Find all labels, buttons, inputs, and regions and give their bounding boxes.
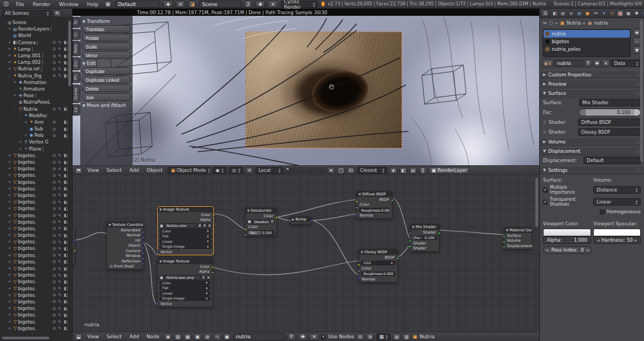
browse-material-icon[interactable]: ●⬍ (542, 59, 553, 67)
selectability-cursor-icon[interactable]: ↖ (58, 266, 62, 271)
visibility-eye-icon[interactable]: ⊙ (52, 299, 56, 304)
node-output-socket-row[interactable]: Camera (107, 248, 143, 254)
node-material-output[interactable]: ▼ Material Output SurfaceVolumeDisplacem… (504, 227, 532, 249)
breadcrumb-object[interactable]: Nutria (567, 20, 581, 26)
renderability-camera-icon[interactable]: ◧ (64, 286, 68, 291)
expand-toggle-icon[interactable]: + (7, 233, 12, 237)
edit-panel-header[interactable]: ▼ Edit (82, 61, 131, 66)
expand-toggle-icon[interactable]: + (7, 47, 12, 51)
transform-tool-button[interactable]: Rotate (82, 34, 131, 41)
outliner-item-label[interactable]: Nutria_Rig (18, 73, 41, 79)
render-engine-dropdown[interactable]: Cycles Render▴▾ (281, 1, 318, 8)
alpha-output[interactable]: Alpha (158, 270, 212, 275)
tool-shelf-tab[interactable]: Rela (73, 41, 80, 56)
outliner-row[interactable]: + ☀ Lamp.001 | ⊙ ↖ ◧ (0, 52, 69, 59)
image-browse-icon[interactable]: ▦ (159, 223, 164, 228)
visibility-eye-icon[interactable]: ⊙ (52, 60, 56, 65)
outliner-item-label[interactable]: bigotes. (18, 279, 36, 284)
properties-scrollbar[interactable] (640, 20, 643, 161)
outliner-item-label[interactable]: NutriaPoseL (23, 99, 50, 105)
image-users-button[interactable]: 8 (198, 223, 202, 228)
outliner-item-label[interactable]: Arm (34, 119, 44, 125)
renderability-camera-icon[interactable]: ◧ (64, 313, 68, 318)
outliner-item-label[interactable]: bigotes. (18, 219, 36, 225)
lock-icon[interactable]: 🔒︎ (327, 167, 335, 174)
visibility-eye-icon[interactable]: ⊙ (52, 166, 56, 171)
visibility-eye-icon[interactable]: ⊙ (52, 219, 56, 224)
scene-users-count[interactable]: 2 (244, 1, 252, 8)
image-name-field[interactable]: Nutria.color (164, 223, 197, 228)
expand-toggle-icon[interactable]: + (7, 220, 12, 224)
alpha-output[interactable]: Alpha (158, 218, 213, 223)
selectability-cursor-icon[interactable]: ↖ (58, 160, 62, 165)
group-name-field[interactable]: Desaturate (252, 219, 270, 224)
mode-dropdown[interactable]: ▣ Object Mode▴▾ (168, 167, 210, 174)
delete-layout-button[interactable]: ✕ (176, 1, 185, 8)
renderability-camera-icon[interactable]: ◧ (64, 319, 68, 324)
outliner-row[interactable]: + ✺ Pelo ⊙ ↖ ◧ (0, 132, 69, 139)
fake-user-button[interactable]: F (288, 333, 296, 340)
outliner-item-label[interactable]: Plane (29, 146, 41, 152)
renderability-camera-icon[interactable]: ◧ (64, 127, 68, 131)
expand-toggle-icon[interactable]: + (7, 240, 12, 244)
menu-help[interactable]: Help (85, 2, 102, 7)
fake-user-button[interactable]: F (270, 219, 275, 224)
expand-toggle-icon[interactable]: - (7, 74, 12, 78)
expand-toggle-icon[interactable]: + (7, 293, 12, 297)
outliner-item-label[interactable]: Animation (23, 80, 46, 85)
viewport-color-swatch[interactable] (543, 229, 591, 236)
color-input[interactable]: Color (246, 225, 276, 230)
selectability-cursor-icon[interactable]: ↖ (58, 73, 62, 78)
tool-shelf-tab[interactable]: Greas (73, 85, 80, 103)
outliner-item-label[interactable]: Nutria.ref (18, 66, 39, 71)
node-diffuse-bsdf[interactable]: ▼ Diffuse BSDF BSDF Color Roughness:0.00… (356, 191, 392, 219)
properties-editor-type-icon[interactable]: ☰ (541, 10, 549, 17)
expand-toggle-icon[interactable]: + (7, 266, 12, 271)
orientation-dropdown[interactable]: Local▴▾ (255, 167, 284, 174)
expand-toggle-icon[interactable]: + (13, 80, 17, 85)
image-texture-option-dropdown[interactable]: Color⬍ (159, 280, 211, 285)
outliner-row[interactable]: + ▿ Plane | ⊙ ↖ ◧ (0, 146, 69, 152)
viewport-editor-type-icon[interactable]: ⬒ (75, 167, 82, 174)
outliner-item-label[interactable]: Pelo (34, 133, 44, 138)
visibility-eye-icon[interactable]: ⊙ (52, 73, 56, 78)
outliner-vertical-scrollbar[interactable] (68, 21, 71, 86)
use-nodes-checkbox[interactable]: ✓ (321, 334, 326, 339)
color-output[interactable]: Color (246, 213, 276, 219)
tool-shelf-tab[interactable]: Ph (73, 71, 80, 83)
bsdf-output[interactable]: BSDF (357, 197, 392, 202)
new-material-button[interactable]: ✚ (593, 59, 601, 67)
outliner-row[interactable]: + ▽ bigotes. ⊙ ↖ ◧ (0, 199, 69, 205)
layer-toggle-grid[interactable] (286, 167, 305, 174)
visibility-eye-icon[interactable]: ⊙ (52, 40, 56, 45)
tab-world-icon[interactable]: ◍ (576, 10, 583, 17)
selectability-cursor-icon[interactable]: ↖ (58, 313, 62, 318)
selectability-cursor-icon[interactable]: ↖ (58, 40, 62, 45)
expand-toggle-icon[interactable]: + (7, 246, 12, 250)
visibility-eye-icon[interactable]: ⊙ (52, 240, 56, 244)
expand-toggle-icon[interactable]: + (7, 279, 12, 284)
menu-render[interactable]: Render (30, 2, 53, 7)
renderability-camera-icon[interactable]: ◧ (64, 106, 68, 111)
outliner-item-label[interactable]: bigotes. (18, 213, 36, 218)
scene-icon[interactable]: ◪ (188, 1, 196, 8)
edit-tool-button[interactable]: Duplicate (82, 67, 131, 75)
node-output-socket-row[interactable]: Reflection (107, 259, 143, 264)
node-output-socket-row[interactable]: Normal (107, 233, 143, 238)
texture-nodes-icon[interactable]: ▦ (184, 333, 192, 340)
visibility-eye-icon[interactable]: ⊙ (52, 319, 56, 324)
outliner-row[interactable]: + ▽ bigotes. ⊙ ↖ ◧ (0, 325, 69, 332)
outliner-item-label[interactable]: Lamp.001 (18, 53, 41, 58)
color-output[interactable]: Color (158, 264, 212, 270)
transform-tool-button[interactable]: Scale (82, 43, 131, 50)
outliner-display-mode-dropdown[interactable]: All Scenes▴▾ (2, 10, 52, 17)
viewport-specular-swatch[interactable] (593, 229, 641, 236)
selectability-cursor-icon[interactable]: ↖ (58, 180, 62, 184)
tab-render-layers-icon[interactable]: ▤ (559, 10, 567, 17)
outliner-row[interactable]: + ☀ Lamp.002 | ⊙ ↖ ◧ (0, 59, 69, 65)
visibility-eye-icon[interactable]: ⊙ (52, 233, 56, 238)
image-texture-option-dropdown[interactable]: Linear⬍ (159, 291, 211, 296)
expand-toggle-icon[interactable]: + (23, 133, 28, 137)
scene-name-field[interactable]: Scene (199, 1, 240, 8)
material-slot[interactable]: nutria (544, 30, 630, 38)
